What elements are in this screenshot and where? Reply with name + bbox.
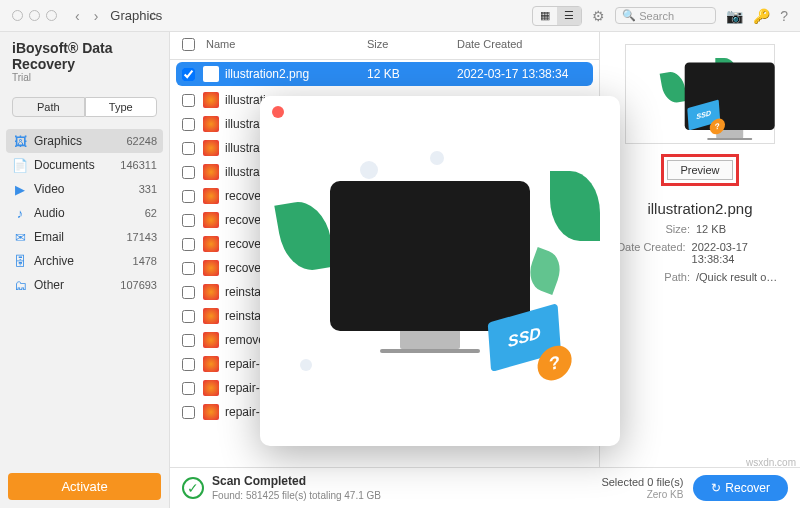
- sidebar-item-other[interactable]: 🗂Other107693: [0, 273, 169, 297]
- selected-size: Zero KB: [647, 489, 684, 500]
- file-icon: [203, 236, 219, 252]
- activate-button[interactable]: Activate: [8, 473, 161, 500]
- file-icon: [203, 188, 219, 204]
- selected-count: Selected 0 file(s): [601, 476, 683, 488]
- recover-button[interactable]: ↻ Recover: [693, 475, 788, 501]
- search-icon: 🔍: [622, 9, 636, 22]
- check-icon: ✓: [182, 477, 204, 499]
- file-icon: [203, 284, 219, 300]
- row-checkbox[interactable]: [182, 310, 195, 323]
- detail-filename: illustration2.png: [647, 200, 752, 217]
- row-checkbox[interactable]: [182, 262, 195, 275]
- camera-icon[interactable]: 📷: [726, 8, 743, 24]
- audio-icon: ♪: [12, 205, 28, 221]
- edition-label: Trial: [12, 72, 157, 83]
- zoom-dot[interactable]: [46, 10, 57, 21]
- col-size[interactable]: Size: [367, 38, 457, 53]
- file-icon: [203, 308, 219, 324]
- email-icon: ✉: [12, 229, 28, 245]
- documents-icon: 📄: [12, 157, 28, 173]
- row-checkbox[interactable]: [182, 406, 195, 419]
- minimize-dot[interactable]: [29, 10, 40, 21]
- file-icon: [203, 164, 219, 180]
- row-checkbox[interactable]: [182, 68, 195, 81]
- sidebar-item-graphics[interactable]: 🖼Graphics62248: [6, 129, 163, 153]
- scan-status: Scan Completed: [212, 474, 306, 488]
- other-icon: 🗂: [12, 277, 28, 293]
- scan-details: Found: 581425 file(s) totaling 47.1 GB: [212, 490, 381, 501]
- archive-icon: 🗄: [12, 253, 28, 269]
- row-checkbox[interactable]: [182, 118, 195, 131]
- home-icon[interactable]: ⌂: [150, 8, 157, 22]
- app-title: iBoysoft® Data Recovery: [12, 40, 157, 72]
- file-icon: [203, 66, 219, 82]
- row-checkbox[interactable]: [182, 142, 195, 155]
- preview-button[interactable]: Preview: [667, 160, 732, 180]
- file-icon: [203, 140, 219, 156]
- grid-view-icon[interactable]: ▦: [533, 7, 557, 25]
- file-icon: [203, 260, 219, 276]
- file-icon: [203, 116, 219, 132]
- filter-icon[interactable]: ⚙: [592, 8, 605, 24]
- file-icon: [203, 380, 219, 396]
- col-name[interactable]: Name: [206, 38, 367, 53]
- close-dot[interactable]: [12, 10, 23, 21]
- file-icon: [203, 92, 219, 108]
- row-checkbox[interactable]: [182, 358, 195, 371]
- tab-type[interactable]: Type: [85, 97, 158, 117]
- row-checkbox[interactable]: [182, 214, 195, 227]
- help-icon[interactable]: ?: [780, 8, 788, 24]
- leaf-decoration: [274, 197, 335, 275]
- row-checkbox[interactable]: [182, 166, 195, 179]
- quicklook-popup: SSD ?: [260, 96, 620, 446]
- watermark: wsxdn.com: [746, 457, 796, 468]
- quicklook-close-dot[interactable]: [272, 106, 284, 118]
- row-checkbox[interactable]: [182, 94, 195, 107]
- sidebar-item-documents[interactable]: 📄Documents146311: [0, 153, 169, 177]
- leaf-decoration: [550, 171, 600, 241]
- view-toggle[interactable]: ▦ ☰: [532, 6, 582, 26]
- sidebar-item-audio[interactable]: ♪Audio62: [0, 201, 169, 225]
- select-all-checkbox[interactable]: [182, 38, 195, 51]
- nav-back[interactable]: ‹: [73, 8, 82, 24]
- file-icon: [203, 212, 219, 228]
- thumbnail: SSD?: [625, 44, 775, 144]
- sidebar-item-video[interactable]: ▶Video331: [0, 177, 169, 201]
- video-icon: ▶: [12, 181, 28, 197]
- file-row[interactable]: illustration2.png12 KB2022-03-17 13:38:3…: [176, 62, 593, 86]
- nav-forward[interactable]: ›: [92, 8, 101, 24]
- graphics-icon: 🖼: [12, 133, 28, 149]
- file-icon: [203, 356, 219, 372]
- file-icon: [203, 332, 219, 348]
- row-checkbox[interactable]: [182, 238, 195, 251]
- leaf-decoration: [524, 247, 566, 295]
- recover-icon: ↻: [711, 481, 721, 495]
- row-checkbox[interactable]: [182, 382, 195, 395]
- row-checkbox[interactable]: [182, 286, 195, 299]
- list-view-icon[interactable]: ☰: [557, 7, 581, 25]
- file-icon: [203, 404, 219, 420]
- col-date[interactable]: Date Created: [457, 38, 587, 53]
- key-icon[interactable]: 🔑: [753, 8, 770, 24]
- sidebar-item-archive[interactable]: 🗄Archive1478: [0, 249, 169, 273]
- row-checkbox[interactable]: [182, 190, 195, 203]
- row-checkbox[interactable]: [182, 334, 195, 347]
- sidebar-item-email[interactable]: ✉Email17143: [0, 225, 169, 249]
- tab-path[interactable]: Path: [12, 97, 85, 117]
- search-input[interactable]: 🔍 Search: [615, 7, 716, 24]
- preview-highlight: Preview: [661, 154, 738, 186]
- imac-illustration: [330, 181, 530, 331]
